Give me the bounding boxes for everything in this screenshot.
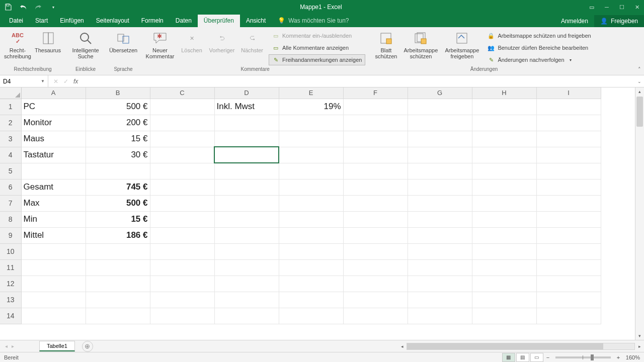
cell-C4[interactable]	[150, 147, 214, 163]
cell-C5[interactable]	[150, 163, 214, 179]
cell-D13[interactable]	[214, 292, 279, 308]
sheet-prev-icon[interactable]: ◂	[5, 343, 8, 349]
cell-I1[interactable]	[536, 99, 601, 115]
cell-E2[interactable]	[279, 115, 343, 131]
name-box[interactable]: D4▼	[0, 75, 48, 87]
minimize-icon[interactable]: ─	[600, 0, 614, 14]
cell-F3[interactable]	[343, 131, 408, 147]
scroll-up-icon[interactable]: ▴	[635, 87, 644, 96]
cell-E13[interactable]	[279, 292, 343, 308]
tab-home[interactable]: Start	[29, 15, 54, 27]
cell-B7[interactable]: 500 €	[86, 195, 150, 211]
cell-C2[interactable]	[150, 115, 214, 131]
cell-B10[interactable]	[86, 243, 150, 259]
cell-D11[interactable]	[214, 259, 279, 276]
close-icon[interactable]: ✕	[630, 0, 644, 14]
cell-G5[interactable]	[408, 163, 472, 179]
page-break-view-button[interactable]: ▭	[530, 353, 543, 362]
hscroll-thumb[interactable]	[407, 343, 603, 349]
tab-formulas[interactable]: Formeln	[135, 15, 170, 27]
cell-C8[interactable]	[150, 211, 214, 227]
signin-button[interactable]: Anmelden	[555, 15, 594, 27]
qat-customize-icon[interactable]: ▾	[49, 3, 57, 11]
cell-G2[interactable]	[408, 115, 472, 131]
cell-C7[interactable]	[150, 195, 214, 211]
cell-F9[interactable]	[343, 227, 408, 243]
cell-E8[interactable]	[279, 211, 343, 227]
cell-F1[interactable]	[343, 99, 408, 115]
cell-H9[interactable]	[472, 227, 536, 243]
cell-A6[interactable]: Gesamt	[21, 179, 86, 195]
col-header-G[interactable]: G	[408, 87, 472, 99]
ribbon-display-icon[interactable]: ▭	[585, 0, 599, 14]
cell-I14[interactable]	[536, 308, 601, 324]
cell-I6[interactable]	[536, 179, 601, 195]
tell-me[interactable]: 💡Was möchten Sie tun?	[272, 15, 355, 27]
cell-C1[interactable]	[150, 99, 214, 115]
cell-C14[interactable]	[150, 308, 214, 324]
cell-A13[interactable]	[21, 292, 86, 308]
show-ink-button[interactable]: ✎Freihandanmerkungen anzeigen	[269, 54, 365, 65]
hscroll-left-icon[interactable]: ◂	[397, 344, 407, 349]
undo-icon[interactable]	[19, 3, 27, 11]
cell-H6[interactable]	[472, 179, 536, 195]
cell-B2[interactable]: 200 €	[86, 115, 150, 131]
cell-C13[interactable]	[150, 292, 214, 308]
cell-A3[interactable]: Maus	[21, 131, 86, 147]
cell-C6[interactable]	[150, 179, 214, 195]
row-header-9[interactable]: 9	[0, 227, 21, 243]
cell-D6[interactable]	[214, 179, 279, 195]
show-hide-comment-button[interactable]: ▭Kommentar ein-/ausblenden	[269, 30, 365, 41]
row-header-6[interactable]: 6	[0, 179, 21, 195]
cell-D9[interactable]	[214, 227, 279, 243]
cell-H1[interactable]	[472, 99, 536, 115]
cell-F5[interactable]	[343, 163, 408, 179]
tab-data[interactable]: Daten	[170, 15, 198, 27]
cell-G3[interactable]	[408, 131, 472, 147]
formula-input[interactable]	[86, 75, 635, 87]
thesaurus-button[interactable]: Thesaurus	[34, 29, 61, 53]
col-header-D[interactable]: D	[214, 87, 279, 99]
scroll-down-icon[interactable]: ▾	[635, 332, 644, 340]
cell-F10[interactable]	[343, 243, 408, 259]
cell-D10[interactable]	[214, 243, 279, 259]
cell-D2[interactable]	[214, 115, 279, 131]
cell-H5[interactable]	[472, 163, 536, 179]
cell-A1[interactable]: PC	[21, 99, 86, 115]
cell-H14[interactable]	[472, 308, 536, 324]
accept-formula-icon[interactable]: ✓	[63, 78, 68, 85]
cell-D3[interactable]	[214, 131, 279, 147]
row-header-13[interactable]: 13	[0, 292, 21, 308]
cell-G6[interactable]	[408, 179, 472, 195]
delete-comment-button[interactable]: ✕Löschen	[178, 29, 205, 53]
cell-I3[interactable]	[536, 131, 601, 147]
row-header-4[interactable]: 4	[0, 147, 21, 163]
protect-sheet-button[interactable]: Blatt schützen	[373, 29, 398, 59]
cell-I2[interactable]	[536, 115, 601, 131]
zoom-in-button[interactable]: +	[615, 354, 622, 360]
row-header-12[interactable]: 12	[0, 276, 21, 292]
row-header-1[interactable]: 1	[0, 99, 21, 115]
cell-D14[interactable]	[214, 308, 279, 324]
cell-E3[interactable]	[279, 131, 343, 147]
cell-D8[interactable]	[214, 211, 279, 227]
zoom-out-button[interactable]: −	[544, 354, 551, 360]
cell-I11[interactable]	[536, 259, 601, 276]
cell-G10[interactable]	[408, 243, 472, 259]
row-header-10[interactable]: 10	[0, 243, 21, 259]
col-header-A[interactable]: A	[21, 87, 86, 99]
cell-B11[interactable]	[86, 259, 150, 276]
prev-comment-button[interactable]: ⮌Vorheriger	[208, 29, 235, 53]
cell-B8[interactable]: 15 €	[86, 211, 150, 227]
cell-F2[interactable]	[343, 115, 408, 131]
tab-review[interactable]: Überprüfen	[198, 15, 240, 27]
cell-I4[interactable]	[536, 147, 601, 163]
cell-B12[interactable]	[86, 276, 150, 292]
redo-icon[interactable]	[34, 3, 42, 11]
cell-H4[interactable]	[472, 147, 536, 163]
row-header-3[interactable]: 3	[0, 131, 21, 147]
cell-A9[interactable]: Mittel	[21, 227, 86, 243]
col-header-H[interactable]: H	[472, 87, 536, 99]
new-comment-button[interactable]: ✱ Neuer Kommentar	[145, 29, 175, 59]
select-all-corner[interactable]	[0, 87, 21, 99]
